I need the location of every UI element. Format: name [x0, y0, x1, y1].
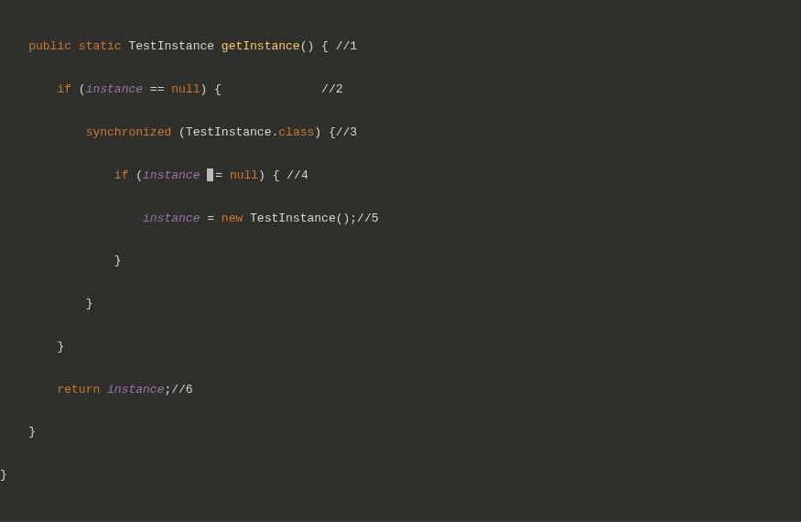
- code-line: }: [0, 250, 801, 271]
- java-code-block: public static TestInstance getInstance()…: [0, 0, 801, 522]
- code-line: }: [0, 293, 801, 314]
- code-line: if (instance = null) { //4: [0, 165, 801, 186]
- cursor-icon: [207, 168, 213, 181]
- code-line: synchronized (TestInstance.class) {//3: [0, 122, 801, 143]
- code-line: if (instance == null) { //2: [0, 79, 801, 100]
- code-line: public static TestInstance getInstance()…: [0, 36, 801, 57]
- code-line: }: [0, 464, 801, 485]
- code-line: }: [0, 336, 801, 357]
- code-line: instance = new TestInstance();//5: [0, 208, 801, 229]
- code-line: }: [0, 421, 801, 442]
- code-line: return instance;//6: [0, 379, 801, 400]
